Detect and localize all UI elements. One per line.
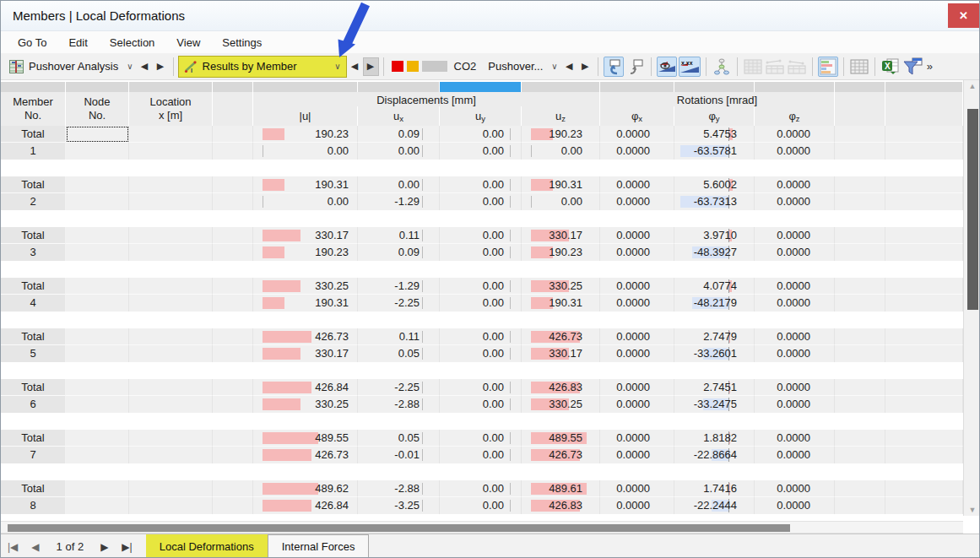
- phiz-cell[interactable]: 0.0000: [755, 278, 835, 295]
- empty-cell[interactable]: [835, 244, 885, 261]
- phix-cell[interactable]: 0.0000: [600, 244, 674, 261]
- location-cell[interactable]: [129, 328, 213, 345]
- phiy-cell[interactable]: -63.7313: [674, 193, 755, 210]
- empty-cell[interactable]: [835, 278, 885, 295]
- empty-cell[interactable]: [213, 244, 253, 261]
- u-cell[interactable]: 190.23: [253, 126, 358, 143]
- horizontal-scrollbar[interactable]: [1, 521, 963, 534]
- location-cell[interactable]: [129, 143, 213, 160]
- u-cell[interactable]: 489.55: [253, 430, 358, 447]
- node-no-cell[interactable]: [66, 447, 129, 463]
- load-case-next-button[interactable]: ▶: [577, 57, 593, 76]
- uy-cell[interactable]: 0.00: [440, 345, 522, 362]
- phiy-cell[interactable]: -48.2179: [674, 295, 755, 312]
- node-no-cell[interactable]: [66, 227, 129, 244]
- ux-cell[interactable]: 0.05: [358, 430, 440, 447]
- empty-cell[interactable]: [885, 447, 963, 463]
- analysis-selector[interactable]: Pushover Analysis ∨: [6, 57, 137, 77]
- member-no-cell[interactable]: Total: [1, 430, 66, 447]
- phix-cell[interactable]: 0.0000: [600, 143, 674, 160]
- empty-cell[interactable]: [213, 193, 253, 210]
- member-no-cell[interactable]: Total: [1, 126, 66, 143]
- phix-cell[interactable]: 0.0000: [600, 480, 674, 497]
- uz-cell[interactable]: 330.25: [522, 278, 600, 295]
- ux-cell[interactable]: 0.05: [358, 345, 440, 362]
- empty-cell[interactable]: [835, 447, 885, 463]
- phiy-cell[interactable]: 1.8182: [674, 430, 755, 447]
- empty-cell[interactable]: [885, 430, 963, 447]
- ux-cell[interactable]: -1.29: [358, 278, 440, 295]
- ux-cell[interactable]: -1.29: [358, 193, 440, 210]
- ux-cell[interactable]: 0.00: [358, 143, 440, 160]
- phix-cell[interactable]: 0.0000: [600, 176, 674, 193]
- phiy-cell[interactable]: -48.3927: [674, 244, 755, 261]
- ux-cell[interactable]: -2.25: [358, 295, 440, 312]
- empty-cell[interactable]: [835, 227, 885, 244]
- phiy-cell[interactable]: 2.7479: [674, 328, 755, 345]
- location-cell[interactable]: [129, 295, 213, 312]
- phiy-cell[interactable]: 1.7416: [674, 480, 755, 497]
- uz-cell[interactable]: 190.31: [522, 176, 600, 193]
- uz-cell[interactable]: 426.73: [522, 328, 600, 345]
- ux-cell[interactable]: -2.88: [358, 480, 440, 497]
- result-diagrams-button[interactable]: [818, 57, 838, 77]
- node-no-cell[interactable]: [66, 396, 129, 413]
- phiz-cell[interactable]: 0.0000: [755, 227, 835, 244]
- empty-cell[interactable]: [213, 143, 253, 160]
- menu-selection[interactable]: Selection: [101, 34, 163, 51]
- uz-cell[interactable]: 330.17: [522, 227, 600, 244]
- empty-cell[interactable]: [213, 497, 253, 514]
- uz-cell[interactable]: 330.25: [522, 396, 600, 413]
- uz-cell[interactable]: 330.17: [522, 345, 600, 362]
- ux-cell[interactable]: 0.11: [358, 227, 440, 244]
- u-cell[interactable]: 330.25: [253, 396, 358, 413]
- empty-cell[interactable]: [885, 295, 963, 312]
- uy-cell[interactable]: 0.00: [440, 193, 522, 210]
- uy-cell[interactable]: 0.00: [440, 480, 522, 497]
- u-cell[interactable]: 190.23: [253, 244, 358, 261]
- node-no-cell[interactable]: [66, 430, 129, 447]
- location-cell[interactable]: [129, 244, 213, 261]
- empty-cell[interactable]: [885, 480, 963, 497]
- empty-cell[interactable]: [835, 193, 885, 210]
- phiy-cell[interactable]: 5.6002: [674, 176, 755, 193]
- table-view-button[interactable]: [743, 57, 763, 77]
- u-cell[interactable]: 0.00: [253, 193, 358, 210]
- member-no-cell[interactable]: 1: [1, 143, 66, 160]
- empty-cell[interactable]: [885, 328, 963, 345]
- empty-cell[interactable]: [835, 295, 885, 312]
- phix-cell[interactable]: 0.0000: [600, 396, 674, 413]
- u-cell[interactable]: 190.31: [253, 295, 358, 312]
- empty-cell[interactable]: [835, 497, 885, 514]
- location-cell[interactable]: [129, 278, 213, 295]
- uz-cell[interactable]: 190.23: [522, 244, 600, 261]
- location-cell[interactable]: [129, 447, 213, 463]
- empty-cell[interactable]: [213, 295, 253, 312]
- location-cell[interactable]: [129, 430, 213, 447]
- uz-cell[interactable]: 489.61: [522, 480, 600, 497]
- empty-cell[interactable]: [213, 480, 253, 497]
- uy-cell[interactable]: 0.00: [440, 447, 522, 463]
- phiz-cell[interactable]: 0.0000: [755, 126, 835, 143]
- phiz-cell[interactable]: 0.0000: [755, 176, 835, 193]
- node-no-cell[interactable]: [66, 126, 129, 143]
- phiy-cell[interactable]: -22.2444: [674, 497, 755, 514]
- empty-cell[interactable]: [885, 379, 963, 396]
- next-page-button[interactable]: ▶: [94, 541, 115, 553]
- table-nodes-button[interactable]: [765, 57, 785, 77]
- empty-cell[interactable]: [835, 379, 885, 396]
- empty-cell[interactable]: [213, 430, 253, 447]
- analysis-next-button[interactable]: ▶: [153, 57, 169, 76]
- empty-cell[interactable]: [885, 176, 963, 193]
- uy-cell[interactable]: 0.00: [440, 244, 522, 261]
- uy-cell[interactable]: 0.00: [440, 379, 522, 396]
- phiy-cell[interactable]: 2.7451: [674, 379, 755, 396]
- phiz-cell[interactable]: 0.0000: [755, 193, 835, 210]
- u-cell[interactable]: 426.84: [253, 379, 358, 396]
- phix-cell[interactable]: 0.0000: [600, 430, 674, 447]
- show-results-button[interactable]: [657, 57, 677, 77]
- empty-cell[interactable]: [213, 447, 253, 463]
- menu-settings[interactable]: Settings: [214, 34, 270, 51]
- uy-cell[interactable]: 0.00: [440, 126, 522, 143]
- uy-cell[interactable]: 0.00: [440, 143, 522, 160]
